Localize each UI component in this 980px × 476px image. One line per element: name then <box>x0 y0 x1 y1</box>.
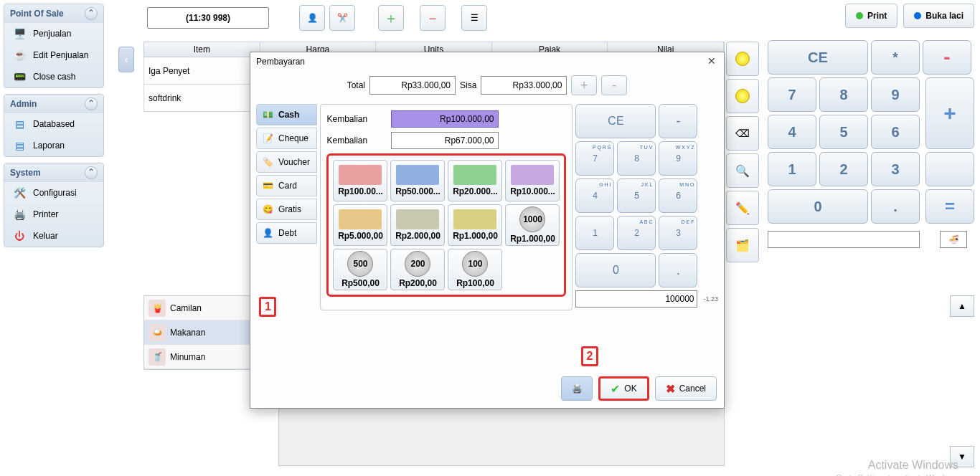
dlg-keypad-2[interactable]: 2A B C <box>617 216 656 250</box>
dlg-keypad-5[interactable]: 5J K L <box>617 178 656 213</box>
tab-cash[interactable]: 💵Cash <box>256 104 317 125</box>
dlg-keypad-input[interactable]: 100000 <box>575 290 697 308</box>
keypad-blank[interactable] <box>925 152 974 186</box>
dlg-keypad-1[interactable]: 1 <box>575 216 614 250</box>
keypad-0[interactable]: 0 <box>768 189 868 224</box>
action-btn-2[interactable] <box>726 79 759 113</box>
denom-500[interactable]: 500Rp500,00 <box>333 249 387 290</box>
keypad-minus[interactable]: - <box>923 40 971 75</box>
remove-button[interactable]: － <box>420 5 446 31</box>
keypad-aux-button[interactable]: 🍜 <box>940 231 967 248</box>
panel-pos-header[interactable]: Point Of Sale ⌃ <box>4 4 103 23</box>
split-button[interactable]: ✂️ <box>329 5 355 31</box>
dlg-keypad-0[interactable]: 0 <box>575 253 656 287</box>
keypad-2[interactable]: 2 <box>819 152 868 186</box>
dlg-keypad-8[interactable]: 8T U V <box>617 141 656 176</box>
denom-100[interactable]: 100Rp100,00 <box>448 249 502 290</box>
denom-20k[interactable]: Rp20.000... <box>448 160 502 201</box>
keypad-7[interactable]: 7 <box>768 77 816 112</box>
plus-button[interactable]: + <box>571 75 597 95</box>
x-icon: ✖ <box>666 382 675 396</box>
dlg-keypad-6[interactable]: 6M N O <box>659 178 697 213</box>
action-btn-edit[interactable]: ✏️ <box>726 191 759 225</box>
tab-label: Card <box>278 181 297 191</box>
tools-icon: 🛠️ <box>11 186 27 199</box>
panel-admin-header[interactable]: Admin ⌃ <box>4 95 103 113</box>
minus-button[interactable]: - <box>601 75 627 95</box>
tab-debt[interactable]: 👤Debt <box>256 222 317 244</box>
dlg-keypad-3[interactable]: 3D E F <box>659 216 697 250</box>
keypad-4[interactable]: 4 <box>768 115 816 149</box>
keypad-input[interactable] <box>768 231 920 248</box>
print-button[interactable]: Print <box>845 4 897 28</box>
collapse-icon[interactable]: ⌃ <box>85 7 98 20</box>
collapse-icon[interactable]: ⌃ <box>85 166 98 179</box>
dlg-keypad-dot[interactable]: . <box>659 253 697 287</box>
cancel-button[interactable]: ✖Cancel <box>655 376 717 401</box>
denom-5k[interactable]: Rp5.000,00 <box>333 204 387 246</box>
sidebar-item-laporan[interactable]: ▤Laporan <box>4 135 103 156</box>
keypad-plus[interactable]: + <box>925 77 974 149</box>
sidebar-item-printer[interactable]: 🖨️Printer <box>4 204 103 225</box>
keypad-8[interactable]: 8 <box>819 77 868 112</box>
tab-cheque[interactable]: 📝Cheque <box>256 128 317 149</box>
dlg-keypad-4[interactable]: 4G H I <box>575 178 614 213</box>
row-item-name: softdrink <box>149 93 181 103</box>
sidebar-collapse-handle[interactable]: ‹ <box>118 47 134 72</box>
keypad-9[interactable]: 9 <box>871 77 920 112</box>
keypad-6[interactable]: 6 <box>871 115 920 149</box>
denom-10k[interactable]: Rp10.000... <box>505 160 560 201</box>
panel-system-header[interactable]: System ⌃ <box>4 163 103 182</box>
denom-2k[interactable]: Rp2.000,00 <box>390 204 445 246</box>
sidebar-item-penjualan[interactable]: 🖥️Penjualan <box>4 23 103 44</box>
tab-card[interactable]: 💳Card <box>256 175 317 196</box>
tab-voucher[interactable]: 🏷️Voucher <box>256 151 317 173</box>
denom-50k[interactable]: Rp50.000... <box>390 160 445 201</box>
annotation-1: 1 <box>259 297 276 317</box>
denom-200[interactable]: 200Rp200,00 <box>390 249 445 290</box>
denom-label: Rp5.000,00 <box>338 231 383 241</box>
scroll-up-button[interactable]: ▲ <box>950 295 974 317</box>
dlg-keypad-ce[interactable]: CE <box>575 104 656 138</box>
sidebar-item-databased[interactable]: ▤Databased <box>4 113 103 135</box>
list-button[interactable]: ☰ <box>461 5 487 31</box>
category-label: Minuman <box>170 352 205 362</box>
keypad-1[interactable]: 1 <box>768 152 816 186</box>
denom-1k-note[interactable]: Rp1.000,00 <box>448 204 502 246</box>
printer-icon: 🖨️ <box>11 208 27 221</box>
keypad-ce[interactable]: CE <box>768 40 868 75</box>
sidebar-item-keluar[interactable]: ⏻Keluar <box>4 225 103 247</box>
keypad-dot[interactable]: . <box>871 189 920 224</box>
customer-button[interactable]: 👤 <box>299 5 325 31</box>
denom-label: Rp100,00 <box>456 278 494 288</box>
keypad-5[interactable]: 5 <box>819 115 868 149</box>
dlg-keypad-7[interactable]: 7P Q R S <box>575 141 614 176</box>
denom-label: Rp50.000... <box>395 186 440 196</box>
action-btn-search[interactable]: 🔍 <box>726 153 759 188</box>
add-button[interactable]: ＋ <box>378 5 404 31</box>
dlg-keypad-exponent: -1.23 <box>703 295 718 303</box>
sidebar-item-configurasi[interactable]: 🛠️Configurasi <box>4 182 103 204</box>
keypad-equals[interactable]: = <box>925 189 974 224</box>
dialog-print-button[interactable]: 🖨️ <box>561 376 593 401</box>
ok-button[interactable]: ✔OK <box>598 376 649 401</box>
action-btn-attr[interactable]: 🗂️ <box>726 228 759 262</box>
denom-1k-coin[interactable]: 1000Rp1.000,00 <box>505 204 560 246</box>
action-btn-delete[interactable]: ⌫ <box>726 116 759 151</box>
dlg-keypad-9[interactable]: 9W X Y Z <box>659 141 697 176</box>
banknote-icon <box>396 165 439 185</box>
dlg-keypad-minus[interactable]: - <box>659 104 697 138</box>
sidebar-item-edit-penjualan[interactable]: ☕Edit Penjualan <box>4 44 103 66</box>
tab-gratis[interactable]: 😋Gratis <box>256 199 317 220</box>
dialog-close-button[interactable]: ✕ <box>705 55 718 68</box>
keypad-multiply[interactable]: * <box>871 40 920 75</box>
sidebar-item-close-cash[interactable]: 📟Close cash <box>4 66 103 87</box>
keypad-3[interactable]: 3 <box>871 152 920 186</box>
panel-admin: Admin ⌃ ▤Databased ▤Laporan <box>4 94 104 157</box>
denom-100k[interactable]: Rp100.00... <box>333 160 387 201</box>
kembalian-paid-field[interactable]: Rp100.000,00 <box>391 110 499 128</box>
collapse-icon[interactable]: ⌃ <box>85 97 98 110</box>
action-btn-1[interactable] <box>726 42 759 76</box>
dialog-titlebar: Pembayaran ✕ <box>250 52 724 71</box>
open-drawer-button[interactable]: Buka laci <box>903 4 974 28</box>
